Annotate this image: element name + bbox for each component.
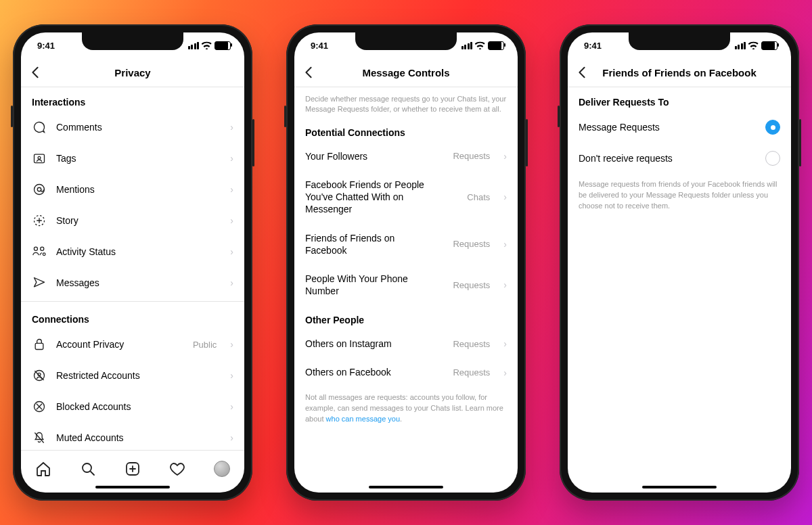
phone-screen-2: 9:41 Message Controls Decide whether mes… [294,32,518,493]
row-label: Others on Facebook [305,366,443,378]
section-header-connections: Connections [21,304,244,329]
phone-screen-3: 9:41 Friends of Friends on Facebook Deli… [568,32,791,493]
row-tags[interactable]: Tags › [21,143,244,174]
lock-icon [32,337,47,352]
battery-icon [761,41,777,50]
chevron-right-icon: › [503,151,507,162]
battery-icon [488,41,504,50]
row-label: Tags [56,152,217,164]
svg-rect-8 [35,343,43,349]
row-label: Others on Instagram [305,338,443,350]
battery-icon [215,41,231,50]
row-label: Your Followers [305,150,443,162]
page-title: Friends of Friends on Facebook [602,67,757,78]
svg-point-1 [38,156,41,159]
row-label: Mentions [56,183,217,196]
radio-selected-icon[interactable] [765,120,780,135]
notch [629,32,730,50]
nav-header: Privacy [21,58,244,87]
message-controls-list[interactable]: Decide whether message requests go to yo… [294,87,518,493]
footnote-suffix: . [400,415,402,423]
chevron-right-icon: › [230,401,233,412]
row-label: Comments [56,121,217,133]
row-friends-of-friends[interactable]: Friends of Friends on Facebook Requests … [294,224,518,265]
row-phone-number[interactable]: People With Your Phone Number Requests › [294,265,518,305]
row-your-followers[interactable]: Your Followers Requests › [294,142,518,170]
row-label: Activity Status [56,246,217,258]
row-label: People With Your Phone Number [305,273,443,297]
send-icon [32,275,47,290]
svg-point-6 [41,247,44,250]
row-story[interactable]: Story › [21,205,244,236]
status-right [188,41,231,50]
status-right [461,41,505,50]
phone-screen-1: 9:41 Privacy Interactions [21,32,244,493]
svg-point-2 [35,185,45,195]
wifi-icon [748,41,759,49]
row-mentions[interactable]: Mentions › [21,174,244,205]
blocked-icon [32,399,47,414]
activity-status-icon [32,244,47,259]
back-button[interactable] [574,65,589,80]
row-muted[interactable]: Muted Accounts › [21,422,244,450]
row-meta: Requests [453,339,490,349]
row-label: Blocked Accounts [56,401,217,413]
row-blocked[interactable]: Blocked Accounts › [21,391,244,422]
svg-point-3 [37,187,41,191]
settings-list[interactable]: Interactions Comments › Tags › [21,87,244,450]
section-header-deliver: Deliver Requests To [568,87,791,112]
wifi-icon [475,41,485,49]
chevron-right-icon: › [503,279,507,290]
tab-profile[interactable] [213,460,231,478]
chevron-right-icon: › [230,122,233,133]
row-activity-status[interactable]: Activity Status › [21,236,244,267]
row-comments[interactable]: Comments › [21,112,244,143]
chevron-right-icon: › [230,339,233,350]
tab-activity[interactable] [168,460,186,478]
home-indicator [95,486,170,488]
chevron-right-icon: › [230,370,233,381]
row-restricted[interactable]: Restricted Accounts › [21,360,244,391]
row-meta: Requests [453,239,490,249]
row-facebook-friends[interactable]: Facebook Friends or People You've Chatte… [294,170,518,224]
status-time: 9:41 [311,41,328,51]
row-label: Account Privacy [56,338,183,350]
row-label: Facebook Friends or People You've Chatte… [305,179,457,216]
status-right [735,41,778,50]
row-messages[interactable]: Messages › [21,267,244,298]
footnote-link[interactable]: who can message you [326,415,400,423]
nav-header: Message Controls [294,58,518,87]
nav-header: Friends of Friends on Facebook [568,58,791,87]
promo-stage: 9:41 Privacy Interactions [0,0,812,525]
divider [21,301,244,302]
tab-create[interactable] [124,460,141,478]
back-button[interactable] [301,65,316,80]
story-icon [32,213,47,228]
tab-search[interactable] [79,460,97,478]
chevron-right-icon: › [230,432,233,443]
notch [82,32,183,50]
row-account-privacy[interactable]: Account Privacy Public › [21,329,244,360]
radio-unselected-icon[interactable] [765,151,780,166]
comment-icon [32,120,47,135]
option-dont-receive[interactable]: Don't receive requests [568,143,791,174]
tab-home[interactable] [35,460,52,478]
svg-point-7 [43,253,45,256]
home-indicator [369,486,443,488]
row-label: Messages [56,277,217,289]
section-header-other: Other People [294,305,518,329]
back-button[interactable] [28,65,43,80]
chevron-right-icon: › [230,246,233,257]
row-others-instagram[interactable]: Others on Instagram Requests › [294,329,518,358]
chevron-right-icon: › [503,191,507,202]
page-title: Privacy [114,67,150,78]
mention-icon [32,182,47,197]
option-message-requests[interactable]: Message Requests [568,112,791,143]
notch [355,32,457,50]
row-label: Story [56,214,217,227]
svg-rect-0 [35,154,45,163]
option-label: Don't receive requests [579,152,756,164]
row-others-facebook[interactable]: Others on Facebook Requests › [294,358,518,386]
phone-frame-1: 9:41 Privacy Interactions [13,24,252,501]
row-meta: Chats [467,192,490,202]
